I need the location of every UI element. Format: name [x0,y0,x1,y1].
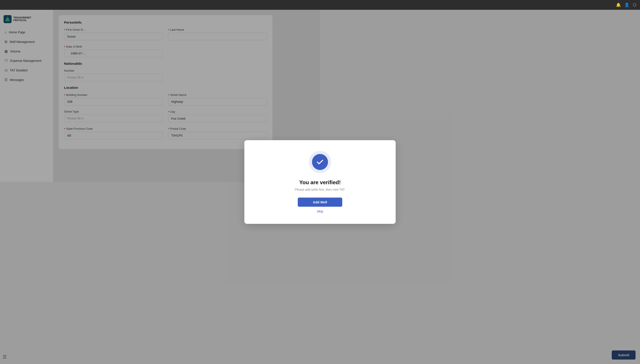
modal-overlay: You are verified! Please add wells first… [0,0,320,182]
modal-title: You are verified! [258,179,320,182]
check-inner-circle [312,154,320,170]
check-outer-circle [309,151,320,173]
checkmark-icon [316,158,320,166]
top-header: 🔔 👤 ⬡ [0,0,320,10]
verified-modal: You are verified! Please add wells first… [244,140,320,182]
